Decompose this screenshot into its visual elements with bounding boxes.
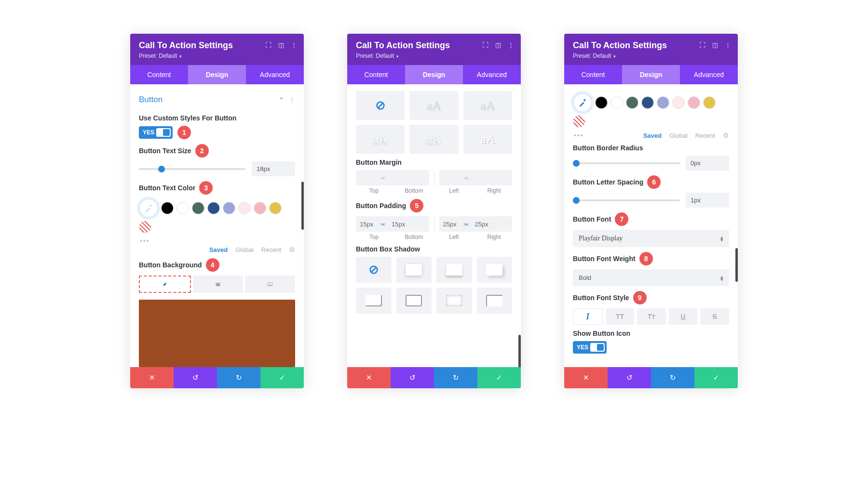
palette-settings-icon[interactable]: ⚙ [289, 246, 295, 253]
more-swatches-icon[interactable]: ••• [574, 132, 584, 139]
swatch-blush[interactable] [238, 202, 251, 214]
save-button[interactable]: ✓ [260, 367, 304, 388]
margin-bottom[interactable] [388, 174, 410, 182]
swatch-pink[interactable] [688, 96, 700, 109]
bg-mode-gradient[interactable] [193, 276, 243, 293]
save-button[interactable]: ✓ [694, 367, 738, 388]
expand-icon[interactable]: ⛶ [265, 41, 271, 49]
swatch-transparent[interactable] [573, 115, 585, 128]
swatch-green[interactable] [626, 96, 638, 109]
palette-recent[interactable]: Recent [695, 132, 715, 139]
margin-top[interactable] [356, 174, 378, 182]
box-shadow-1[interactable] [396, 257, 432, 283]
style-uppercase[interactable]: TT [606, 308, 635, 325]
link-icon[interactable]: ⫘ [461, 174, 471, 181]
bg-mode-color[interactable] [139, 276, 191, 293]
swatch-gold[interactable] [703, 96, 716, 109]
link-icon[interactable]: ⫘ [461, 221, 471, 227]
box-shadow-6[interactable] [436, 288, 472, 314]
toggle-show-icon[interactable]: YES [573, 341, 607, 354]
shadow-preset-1[interactable]: aA [409, 91, 458, 120]
swatch-black[interactable] [161, 202, 174, 214]
padding-top[interactable] [356, 221, 378, 228]
select-font[interactable]: Playfair Display ▴▾ [573, 230, 729, 247]
shadow-preset-3[interactable]: aA [356, 125, 405, 154]
palette-global[interactable]: Global [235, 246, 254, 253]
tab-advanced[interactable]: Advanced [680, 65, 738, 84]
swatch-lilac[interactable] [657, 96, 669, 109]
scrollbar[interactable] [518, 335, 521, 367]
palette-settings-icon[interactable]: ⚙ [723, 132, 729, 139]
style-underline[interactable]: U [669, 308, 698, 325]
margin-left[interactable] [439, 174, 461, 182]
style-strikethrough[interactable]: S [700, 308, 729, 325]
input-letter-spacing[interactable]: 1px [686, 193, 729, 208]
scrollbar[interactable] [735, 248, 738, 282]
slider-text-size[interactable] [139, 168, 246, 170]
save-button[interactable]: ✓ [477, 367, 521, 388]
palette-recent[interactable]: Recent [261, 246, 281, 253]
preset-selector[interactable]: Preset: Default ▾ [139, 53, 295, 59]
swatch-black[interactable] [595, 96, 608, 109]
tab-advanced[interactable]: Advanced [246, 65, 304, 84]
swatch-navy[interactable] [207, 202, 220, 214]
collapse-icon[interactable]: ⌃ [279, 96, 284, 104]
preset-selector[interactable]: Preset: Default ▾ [573, 53, 729, 59]
input-text-size[interactable]: 18px [252, 161, 295, 176]
menu-icon[interactable]: ⋮ [291, 41, 297, 49]
columns-icon[interactable]: ◫ [712, 41, 718, 49]
undo-button[interactable]: ↺ [391, 367, 434, 388]
tab-advanced[interactable]: Advanced [463, 65, 521, 84]
background-preview[interactable] [139, 300, 295, 367]
undo-button[interactable]: ↺ [608, 367, 651, 388]
swatch-gold[interactable] [269, 202, 282, 214]
columns-icon[interactable]: ◫ [495, 41, 501, 49]
palette-global[interactable]: Global [669, 132, 688, 139]
toggle-custom-styles[interactable]: YES [139, 126, 173, 139]
shadow-preset-5[interactable]: aA [463, 125, 512, 154]
scrollbar[interactable] [301, 182, 304, 230]
link-icon[interactable]: ⫘ [378, 221, 388, 227]
tab-design[interactable]: Design [622, 65, 680, 84]
close-button[interactable]: ✕ [130, 367, 174, 388]
input-border-radius[interactable]: 0px [686, 156, 729, 171]
style-capitalize[interactable]: Tᴛ [637, 308, 666, 325]
padding-left[interactable] [439, 221, 461, 228]
box-shadow-7[interactable] [477, 288, 513, 314]
shadow-preset-4[interactable]: aA [409, 125, 458, 154]
expand-icon[interactable]: ⛶ [482, 41, 488, 49]
swatch-pink[interactable] [254, 202, 266, 214]
redo-button[interactable]: ↻ [434, 367, 477, 388]
tab-content[interactable]: Content [564, 65, 622, 84]
slider-border-radius[interactable] [573, 162, 680, 164]
palette-saved[interactable]: Saved [643, 132, 662, 139]
link-icon[interactable]: ⫘ [378, 174, 388, 181]
section-button[interactable]: Button ⌃ ⋮ [139, 91, 295, 109]
swatch-green[interactable] [192, 202, 204, 214]
columns-icon[interactable]: ◫ [278, 41, 284, 49]
tab-design[interactable]: Design [405, 65, 463, 84]
redo-button[interactable]: ↻ [651, 367, 694, 388]
swatch-transparent[interactable] [139, 221, 151, 233]
slider-letter-spacing[interactable] [573, 199, 680, 201]
shadow-preset-2[interactable]: aA [463, 91, 512, 120]
swatch-lilac[interactable] [223, 202, 235, 214]
padding-bottom[interactable] [388, 221, 410, 228]
section-menu-icon[interactable]: ⋮ [289, 96, 295, 104]
menu-icon[interactable]: ⋮ [508, 41, 514, 49]
redo-button[interactable]: ↻ [217, 367, 260, 388]
select-font-weight[interactable]: Bold ▴▾ [573, 269, 729, 286]
color-picker-button[interactable] [139, 198, 158, 218]
shadow-none[interactable] [356, 91, 405, 120]
box-shadow-3[interactable] [477, 257, 513, 283]
expand-icon[interactable]: ⛶ [699, 41, 705, 49]
tab-content[interactable]: Content [347, 65, 405, 84]
style-italic[interactable]: I [573, 308, 603, 325]
more-swatches-icon[interactable]: ••• [140, 237, 295, 245]
swatch-navy[interactable] [641, 96, 654, 109]
undo-button[interactable]: ↺ [174, 367, 217, 388]
close-button[interactable]: ✕ [564, 367, 608, 388]
tab-design[interactable]: Design [188, 65, 246, 84]
preset-selector[interactable]: Preset: Default ▾ [356, 53, 512, 59]
box-shadow-5[interactable] [396, 288, 432, 314]
